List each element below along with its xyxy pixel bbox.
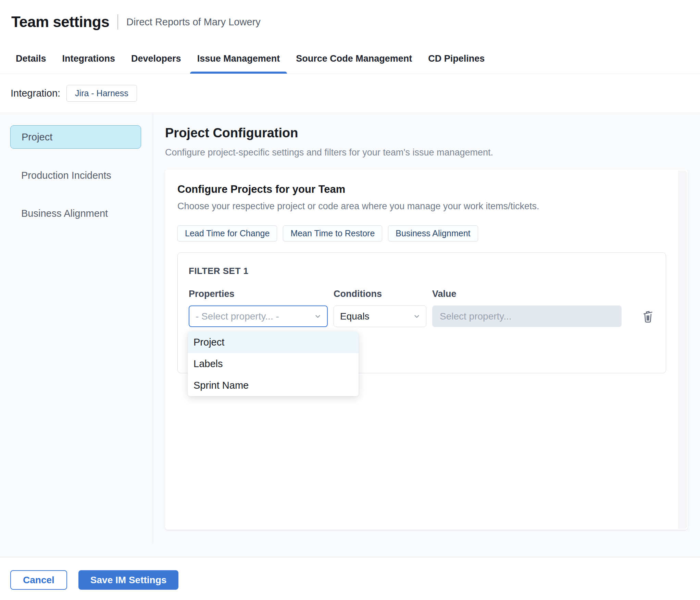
tab-integrations[interactable]: Integrations bbox=[62, 44, 115, 74]
tab-bar: Details Integrations Developers Issue Ma… bbox=[0, 44, 700, 74]
card-title: Configure Projects for your Team bbox=[177, 183, 688, 196]
page-subtitle: Direct Reports of Mary Lowery bbox=[126, 16, 261, 28]
column-label-properties: Properties bbox=[189, 289, 328, 299]
page-header: Team settings Direct Reports of Mary Low… bbox=[0, 0, 700, 44]
section-title: Project Configuration bbox=[165, 126, 700, 140]
property-select-dropdown: Project Labels Sprint Name bbox=[188, 332, 359, 396]
chip-mean-time-to-restore[interactable]: Mean Time to Restore bbox=[283, 225, 382, 241]
integration-chip-jira-harness[interactable]: Jira - Harness bbox=[66, 85, 137, 102]
chip-lead-time-for-change[interactable]: Lead Time for Change bbox=[177, 225, 277, 241]
card-subtitle: Choose your respective project or code a… bbox=[177, 201, 688, 212]
condition-select-value: Equals bbox=[340, 311, 370, 322]
metric-chips: Lead Time for Change Mean Time to Restor… bbox=[177, 225, 688, 241]
integration-row: Integration: Jira - Harness bbox=[0, 74, 700, 113]
filter-grid: Properties Conditions Value - Select pro… bbox=[189, 289, 655, 327]
sidebar-item-project[interactable]: Project bbox=[10, 125, 141, 149]
value-input[interactable] bbox=[432, 305, 622, 327]
chevron-down-icon bbox=[413, 313, 421, 320]
tab-issue-management[interactable]: Issue Management bbox=[197, 44, 280, 74]
integration-label: Integration: bbox=[11, 88, 60, 99]
sidebar-item-production-incidents[interactable]: Production Incidents bbox=[21, 170, 153, 181]
save-im-settings-button[interactable]: Save IM Settings bbox=[78, 570, 179, 590]
page-title: Team settings bbox=[11, 13, 109, 30]
dropdown-option-sprint-name[interactable]: Sprint Name bbox=[188, 375, 359, 396]
tab-details[interactable]: Details bbox=[16, 44, 46, 74]
chip-business-alignment[interactable]: Business Alignment bbox=[388, 225, 478, 241]
footer-action-bar: Cancel Save IM Settings bbox=[0, 557, 700, 600]
column-label-value: Value bbox=[432, 289, 622, 299]
value-input-cell bbox=[432, 305, 622, 327]
main-panel: Project Configuration Configure project-… bbox=[153, 113, 700, 557]
filter-set-title: FILTER SET 1 bbox=[189, 266, 655, 276]
column-label-conditions: Conditions bbox=[334, 289, 426, 299]
content-region: Project Production Incidents Business Al… bbox=[0, 113, 700, 557]
property-select[interactable]: - Select property... - bbox=[189, 305, 328, 327]
dropdown-option-project[interactable]: Project bbox=[188, 332, 359, 353]
team-settings-page: Team settings Direct Reports of Mary Low… bbox=[0, 0, 700, 600]
tab-cd-pipelines[interactable]: CD Pipelines bbox=[428, 44, 485, 74]
configure-projects-card: Configure Projects for your Team Choose … bbox=[165, 170, 688, 530]
cancel-button[interactable]: Cancel bbox=[10, 570, 67, 590]
trash-icon bbox=[641, 309, 655, 324]
tab-source-code-management[interactable]: Source Code Management bbox=[296, 44, 412, 74]
sidebar-item-business-alignment[interactable]: Business Alignment bbox=[21, 208, 153, 219]
dropdown-option-labels[interactable]: Labels bbox=[188, 353, 359, 375]
condition-select[interactable]: Equals bbox=[334, 305, 426, 327]
section-description: Configure project-specific settings and … bbox=[165, 147, 700, 158]
chevron-down-icon bbox=[314, 313, 322, 320]
card-scrollbar-track[interactable] bbox=[678, 171, 687, 529]
title-divider bbox=[117, 14, 118, 29]
tab-developers[interactable]: Developers bbox=[131, 44, 181, 74]
settings-sidebar: Project Production Incidents Business Al… bbox=[0, 113, 153, 557]
delete-filter-row-button[interactable] bbox=[627, 309, 655, 324]
property-select-value: - Select property... - bbox=[196, 311, 279, 322]
